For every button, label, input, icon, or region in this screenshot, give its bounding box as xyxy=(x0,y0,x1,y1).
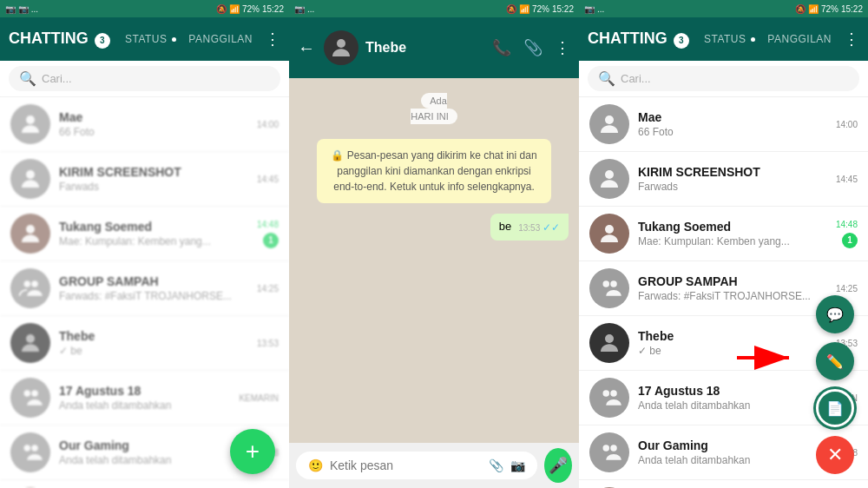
wifi-icon-mid: 📶 xyxy=(519,4,529,14)
chat-item-ibu-r[interactable]: nu bio lamili 15/06/18 xyxy=(579,480,868,488)
emoji-icon[interactable]: 🙂 xyxy=(308,458,323,472)
chat-time-group-sampah-r: 14:25 xyxy=(836,284,858,293)
chat-name-tukang-r: Tukang Soemed xyxy=(638,220,827,234)
avatar-kirim-r xyxy=(589,159,629,199)
mic-icon: 🎤 xyxy=(549,456,568,475)
search-bar-right: 🔍 Cari... xyxy=(579,61,868,97)
svg-point-17 xyxy=(605,334,614,343)
right-panel: 📷 ... 🔕 📶 72% 15:22 CHATTING 3 STATUS PA… xyxy=(579,0,868,488)
silent-icon-mid: 🔕 xyxy=(506,4,516,14)
search-icon-right: 🔍 xyxy=(598,70,615,87)
chat-item-kirim-r[interactable]: KIRIM SCREENSHOT Farwads 14:45 xyxy=(579,152,868,207)
chat-time-kirim: 14:45 xyxy=(257,175,279,184)
chat-item-agustus[interactable]: 17 Agustus 18 Anda telah ditambahkan KEM… xyxy=(0,371,289,425)
more-icon-right[interactable]: ⋮ xyxy=(844,30,859,49)
fab-close-button[interactable]: ✕ xyxy=(816,436,854,474)
status-bar-middle-right: 🔕 📶 72% 15:22 xyxy=(506,4,574,14)
chat-item-group-sampah[interactable]: GROUP SAMPAH Farwads: #FaksiT TROJANHORS… xyxy=(0,261,289,316)
new-chat-fab-left[interactable]: + xyxy=(230,429,275,474)
app-title-right: CHATTING 3 xyxy=(588,30,699,49)
tab-status-left[interactable]: STATUS xyxy=(125,33,176,45)
chat-item-kirim[interactable]: KIRIM SCREENSHOT Farwads 14:45 xyxy=(0,152,289,207)
time-right: 15:22 xyxy=(841,4,863,14)
svg-point-21 xyxy=(610,445,617,452)
status-bar-right: 📷 ... 🔕 📶 72% 15:22 xyxy=(579,0,868,17)
system-message[interactable]: 🔒 Pesan-pesan yang dikirim ke chat ini d… xyxy=(317,139,551,203)
call-icon[interactable]: 📞 xyxy=(492,38,511,57)
fab-chat-button[interactable]: 💬 xyxy=(816,295,854,333)
search-placeholder-left: Cari... xyxy=(42,72,72,85)
arrow-indicator xyxy=(737,345,806,374)
status-right-icons: ... xyxy=(597,4,604,14)
chat-item-ibu[interactable]: nu bio lamili 15/06/18 xyxy=(0,480,289,488)
chat-info-agustus-r: 17 Agustus 18 Anda telah ditambahkan xyxy=(638,384,809,412)
search-field-right[interactable]: 🔍 Cari... xyxy=(588,66,859,91)
status-bar-left: 📷 📷 ... 🔕 📶 72% 15:22 xyxy=(0,0,289,17)
contact-info: Thebe xyxy=(365,40,485,56)
chat-item-tukang[interactable]: Tukang Soemed Mae: Kumpulan: Kemben yang… xyxy=(0,207,289,261)
tab-panggilan-right[interactable]: PANGGILAN xyxy=(767,33,832,45)
chat-preview-kirim: Farwads xyxy=(59,181,248,193)
avatar-thebe-r xyxy=(589,323,629,363)
time-mid: 15:22 xyxy=(552,4,574,14)
silent-icon: 🔕 xyxy=(216,4,227,14)
message-input-wrapper[interactable]: 🙂 📎 📷 xyxy=(296,452,537,479)
chat-info-tukang-r: Tukang Soemed Mae: Kumpulan: Kemben yang… xyxy=(638,220,827,247)
attach-icon[interactable]: 📎 xyxy=(523,38,542,57)
search-field-left[interactable]: 🔍 Cari... xyxy=(9,66,280,91)
chat-preview-agustus-r: Anda telah ditambahkan xyxy=(638,399,809,412)
fab-doc-button[interactable]: 📄 xyxy=(816,389,854,427)
back-button[interactable]: ← xyxy=(298,38,315,58)
chat-item-mae-r[interactable]: Mae 66 Foto 14:00 xyxy=(579,97,868,152)
chat-preview-tukang: Mae: Kumpulan: Kemben yang... xyxy=(59,235,248,247)
svg-point-4 xyxy=(31,280,38,287)
tab-panggilan-left[interactable]: PANGGILAN xyxy=(188,33,253,45)
input-bar: 🙂 📎 📷 🎤 xyxy=(289,443,579,488)
app-title-left: CHATTING 3 xyxy=(9,30,120,49)
chat-item-mae[interactable]: Mae 66 Foto 14:00 xyxy=(0,97,289,152)
svg-point-13 xyxy=(605,170,614,179)
chat-preview-mae-r: 66 Foto xyxy=(638,126,827,138)
chat-info-thebe: Thebe ✓ be xyxy=(59,329,248,357)
svg-point-3 xyxy=(24,280,31,287)
nav-tabs-left: STATUS PANGGILAN ⋮ xyxy=(125,30,280,49)
chat-name-mae-r: Mae xyxy=(638,110,827,124)
battery-right: 72% xyxy=(821,4,838,14)
chat-name-thebe: Thebe xyxy=(59,329,248,343)
unread-count-tukang: 1 xyxy=(263,233,279,248)
chat-item-thebe[interactable]: Thebe ✓ be 13:53 xyxy=(0,316,289,371)
chat-info-mae-r: Mae 66 Foto xyxy=(638,110,827,138)
more-icon-mid[interactable]: ⋮ xyxy=(555,38,570,57)
chat-meta-kirim: 14:45 xyxy=(257,175,279,184)
mic-button[interactable]: 🎤 xyxy=(544,448,572,483)
svg-point-8 xyxy=(24,445,31,452)
unread-badge-left: 3 xyxy=(95,33,110,49)
camera-input-icon[interactable]: 📷 xyxy=(510,458,525,472)
svg-point-9 xyxy=(31,445,38,452)
avatar-tukang xyxy=(10,214,50,254)
contact-avatar[interactable] xyxy=(324,30,358,65)
svg-point-20 xyxy=(603,445,610,452)
avatar-group-sampah xyxy=(10,268,50,308)
bubble-sent-1: be 13:53 ✓✓ xyxy=(490,214,569,241)
tab-status-right[interactable]: STATUS xyxy=(704,33,755,45)
status-text: 📷 ... xyxy=(18,4,38,14)
chat-item-tukang-r[interactable]: Tukang Soemed Mae: Kumpulan: Kemben yang… xyxy=(579,207,868,261)
camera-icon-mid: 📷 xyxy=(294,4,305,14)
chat-time-group-sampah: 14:25 xyxy=(257,284,279,293)
middle-panel: 📷 ... 🔕 📶 72% 15:22 ← Thebe 📞 📎 ⋮ AdaHAR… xyxy=(289,0,579,488)
svg-point-18 xyxy=(603,390,610,397)
avatar-tukang-r xyxy=(589,214,629,254)
avatar-kirim xyxy=(10,159,50,199)
unread-badge-right: 3 xyxy=(674,33,689,49)
fab-pencil-button[interactable]: ✏️ xyxy=(816,342,854,380)
chat-preview-thebe: ✓ be xyxy=(59,345,248,357)
message-input[interactable] xyxy=(330,458,482,472)
app-header-left: CHATTING 3 STATUS PANGGILAN ⋮ xyxy=(0,17,289,61)
status-bar-right-left: 📷 ... xyxy=(584,4,604,14)
chat-time-agustus: KEMARIN xyxy=(239,393,279,403)
chat-info-kirim-r: KIRIM SCREENSHOT Farwads xyxy=(638,165,827,193)
day-label: AdaHARI INI xyxy=(299,92,569,123)
more-icon-left[interactable]: ⋮ xyxy=(265,30,280,49)
attach-input-icon[interactable]: 📎 xyxy=(489,458,503,472)
